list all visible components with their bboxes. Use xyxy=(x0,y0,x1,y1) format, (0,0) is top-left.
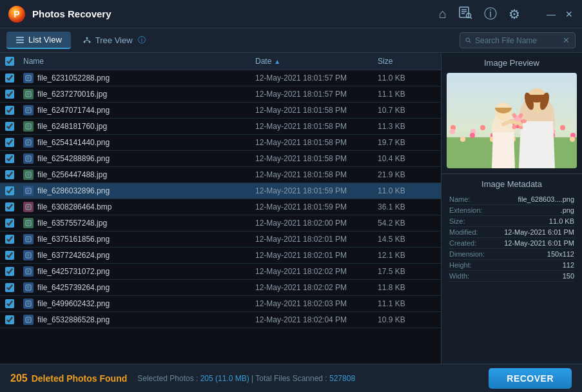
file-name: file_6425739264.png xyxy=(37,283,110,292)
table-row[interactable]: file_6231052288.png 12-May-2021 18:01:57… xyxy=(0,70,441,86)
file-size: 17.5 KB xyxy=(378,267,436,276)
table-row[interactable]: file_6499602432.png 12-May-2021 18:02:03… xyxy=(0,296,441,312)
file-type-icon xyxy=(23,170,34,180)
table-row[interactable]: file_6256447488.jpg 12-May-2021 18:01:58… xyxy=(0,167,441,183)
preview-title: Image Preview xyxy=(447,58,577,68)
file-type-icon xyxy=(23,299,34,309)
file-size: 11.8 KB xyxy=(378,283,436,292)
row-checkbox[interactable] xyxy=(5,74,14,83)
row-checkbox[interactable] xyxy=(5,106,14,115)
file-type-icon xyxy=(23,73,34,83)
table-row[interactable]: file_6248181760.jpg 12-May-2021 18:01:58… xyxy=(0,119,441,135)
settings-icon[interactable]: ⚙ xyxy=(509,6,520,22)
row-checkbox[interactable] xyxy=(5,219,14,228)
file-name: file_6308286464.bmp xyxy=(37,202,112,211)
col-name-header: Name xyxy=(23,57,255,66)
col-size-header: Size xyxy=(378,57,436,66)
file-type-icon xyxy=(23,89,34,99)
file-name-cell: file_6375161856.png xyxy=(23,234,255,244)
row-checkbox[interactable] xyxy=(5,315,14,324)
file-name-cell: file_6425739264.png xyxy=(23,282,255,293)
minimize-button[interactable]: — xyxy=(546,9,556,19)
file-name-cell: file_6357557248.jpg xyxy=(23,218,255,228)
search-input[interactable] xyxy=(475,36,559,45)
svg-point-13 xyxy=(88,41,90,43)
meta-size-label: Size: xyxy=(449,217,465,225)
svg-line-15 xyxy=(84,40,87,41)
right-panel: Image Preview Image Metadata Name: file_… xyxy=(441,53,582,364)
file-name: file_6256447488.jpg xyxy=(37,170,107,179)
file-name-cell: file_6286032896.png xyxy=(23,186,255,196)
svg-rect-58 xyxy=(26,285,31,290)
table-row[interactable]: file_6425739264.png 12-May-2021 18:02:02… xyxy=(0,280,441,296)
svg-rect-46 xyxy=(26,220,31,226)
row-checkbox[interactable] xyxy=(5,138,14,147)
row-checkbox[interactable] xyxy=(5,170,14,179)
row-checkbox[interactable] xyxy=(5,186,14,195)
svg-line-18 xyxy=(469,41,470,43)
table-row[interactable]: file_6254141440.png 12-May-2021 18:01:58… xyxy=(0,135,441,151)
select-all-checkbox[interactable] xyxy=(5,57,14,66)
table-row[interactable]: file_6254288896.png 12-May-2021 18:01:58… xyxy=(0,151,441,167)
list-view-tab[interactable]: List View xyxy=(6,32,71,49)
file-size: 10.7 KB xyxy=(378,106,436,115)
file-date: 12-May-2021 18:02:01 PM xyxy=(255,251,378,260)
meta-height-value: 112 xyxy=(563,261,574,269)
file-date: 12-May-2021 18:01:58 PM xyxy=(255,170,378,179)
file-type-icon xyxy=(23,315,34,325)
table-row[interactable]: file_6532886528.png 12-May-2021 18:02:04… xyxy=(0,312,441,328)
search-clear-icon[interactable]: ✕ xyxy=(563,35,570,45)
row-checkbox[interactable] xyxy=(5,283,14,292)
row-checkbox[interactable] xyxy=(5,122,14,131)
table-row[interactable]: file_6247071744.png 12-May-2021 18:01:58… xyxy=(0,103,441,119)
table-row[interactable]: file_6237270016.jpg 12-May-2021 18:01:57… xyxy=(0,86,441,103)
file-type-icon xyxy=(23,234,34,244)
table-row[interactable]: file_6425731072.png 12-May-2021 18:02:02… xyxy=(0,264,441,280)
row-checkbox[interactable] xyxy=(5,299,14,308)
svg-rect-37 xyxy=(26,172,31,177)
table-row[interactable]: file_6308286464.bmp 12-May-2021 18:01:59… xyxy=(0,199,441,215)
scan-icon[interactable] xyxy=(458,5,472,23)
row-checkbox[interactable] xyxy=(5,90,14,99)
file-size: 11.3 KB xyxy=(378,122,436,131)
row-checkbox[interactable] xyxy=(5,251,14,260)
file-name: file_6532886528.png xyxy=(37,315,110,324)
file-type-icon xyxy=(23,266,34,277)
home-icon[interactable]: ⌂ xyxy=(439,6,447,21)
row-checkbox[interactable] xyxy=(5,235,14,244)
table-row[interactable]: file_6375161856.png 12-May-2021 18:02:01… xyxy=(0,231,441,248)
file-name: file_6286032896.png xyxy=(37,186,110,195)
file-date: 12-May-2021 18:01:58 PM xyxy=(255,106,378,115)
row-checkbox[interactable] xyxy=(5,154,14,163)
meta-width-value: 150 xyxy=(563,272,574,280)
meta-modified-value: 12-May-2021 6:01 PM xyxy=(504,228,574,236)
info-icon[interactable]: ⓘ xyxy=(484,5,497,23)
file-name-cell: file_6308286464.bmp xyxy=(23,202,255,212)
status-detail: Selected Photos : 205 (11.0 MB) | Total … xyxy=(137,374,489,383)
table-row[interactable]: file_6286032896.png 12-May-2021 18:01:59… xyxy=(0,183,441,199)
row-checkbox[interactable] xyxy=(5,202,14,211)
col-date-header[interactable]: Date ▲ xyxy=(255,57,378,66)
file-type-icon xyxy=(23,250,34,260)
svg-rect-34 xyxy=(26,156,31,161)
meta-dimension-label: Dimension: xyxy=(449,250,485,258)
close-button[interactable]: ✕ xyxy=(564,9,574,19)
file-date: 12-May-2021 18:01:58 PM xyxy=(255,122,378,131)
file-name-cell: file_6499602432.png xyxy=(23,299,255,309)
meta-ext-label: Extension: xyxy=(449,206,482,214)
file-size: 10.4 KB xyxy=(378,154,436,163)
search-box[interactable]: ✕ xyxy=(460,32,576,48)
table-row[interactable]: file_6357557248.jpg 12-May-2021 18:02:00… xyxy=(0,215,441,231)
meta-height-row: Height: 112 xyxy=(449,260,574,271)
table-row[interactable]: file_6377242624.png 12-May-2021 18:02:01… xyxy=(0,248,441,264)
row-checkbox[interactable] xyxy=(5,267,14,276)
file-name-cell: file_6254288896.png xyxy=(23,153,255,164)
tree-view-tab[interactable]: Tree View ⓘ xyxy=(73,32,155,49)
recover-button[interactable]: RECOVER xyxy=(489,368,572,389)
file-type-icon xyxy=(23,105,34,115)
meta-created-row: Created: 12-May-2021 6:01 PM xyxy=(449,238,574,249)
file-type-icon xyxy=(23,121,34,132)
status-count: 205 xyxy=(10,373,28,384)
file-size: 11.1 KB xyxy=(378,299,436,308)
svg-rect-52 xyxy=(26,253,31,258)
